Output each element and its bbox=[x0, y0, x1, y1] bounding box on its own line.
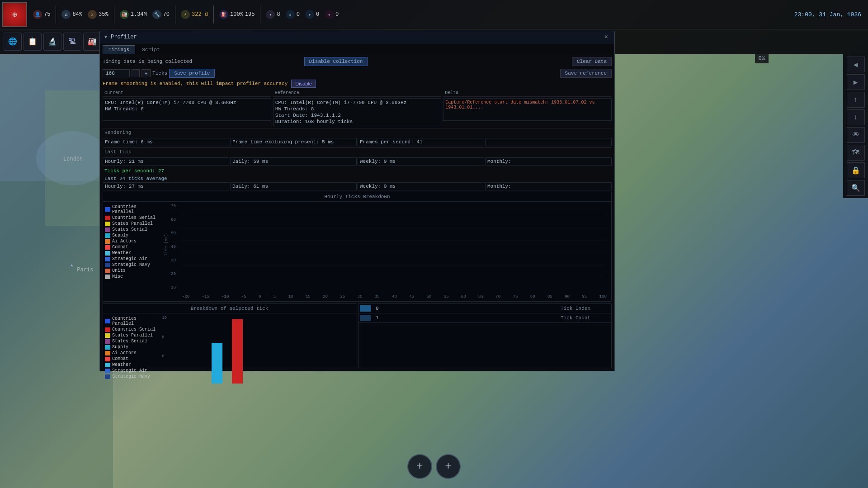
tick-plus-button[interactable]: + bbox=[142, 69, 151, 77]
legend-ai-actors: Ai Actors bbox=[105, 239, 160, 244]
delta-column: Delta Capture/Reference start date misma… bbox=[443, 90, 612, 126]
bd-color-countries-parallel bbox=[105, 319, 110, 323]
toolbar-tech-btn[interactable]: 🔬 bbox=[43, 33, 61, 51]
right-btn-lock[interactable]: 🔒 bbox=[847, 162, 865, 178]
right-btn-map[interactable]: 🗺 bbox=[847, 145, 865, 161]
bd-legend-weather: Weather bbox=[105, 362, 160, 367]
pp-stat: ⚡ 322 d bbox=[181, 10, 208, 19]
nukes-stat: ★ 0 bbox=[325, 10, 339, 19]
bd-legend-strategic-air: Strategic Air bbox=[105, 368, 160, 373]
top-hud: ⊕ 👤 75 ⚖ 84% ⚔ 35% 🏭 1.34M 🔧 70 ⚡ 322 d bbox=[0, 0, 868, 29]
bd-legend-countries-parallel: Countries Parallel bbox=[105, 316, 160, 326]
bd-legend-countries-serial: Countries Serial bbox=[105, 327, 160, 332]
zoom-out-button[interactable]: + bbox=[436, 454, 461, 479]
bd-color-strategic-navy bbox=[105, 374, 110, 379]
profiler-tabs: Timings Script bbox=[100, 43, 614, 54]
tick-info-panel: 0 Tick Index 1 Tick Count bbox=[358, 303, 612, 368]
military-icon: 🔧 bbox=[152, 10, 161, 19]
right-btn-up[interactable]: ↑ bbox=[847, 92, 865, 108]
war-support-stat: ⚔ 35% bbox=[88, 10, 108, 19]
legend-color-supply bbox=[105, 233, 110, 238]
bd-color-states-parallel bbox=[105, 333, 110, 338]
svg-text:London: London bbox=[63, 156, 83, 162]
reference-threads: HW Threads: 8 bbox=[275, 106, 439, 112]
civilians-icon: 🏭 bbox=[120, 10, 129, 19]
nukes-icon: ★ bbox=[325, 10, 334, 19]
svg-rect-1 bbox=[0, 181, 113, 488]
current-cpu: CPU: Intel(R) Core(TM) i7-7700 CPU @ 3.6… bbox=[105, 99, 269, 106]
disable-collection-button[interactable]: Disable Collection bbox=[304, 57, 368, 66]
tab-script[interactable]: Script bbox=[136, 45, 166, 54]
breakdown-title: Breakdown of selected tick bbox=[103, 304, 356, 313]
last24-weekly: Weekly: 0 ms bbox=[358, 182, 484, 190]
bottom-controls: + + bbox=[407, 454, 461, 479]
planes-icon: ★ bbox=[305, 10, 314, 19]
zoom-in-button[interactable]: + bbox=[407, 454, 432, 479]
tick-info-row-1: 1 Tick Count bbox=[359, 313, 611, 323]
legend-color-units bbox=[105, 269, 110, 273]
profiler-close-button[interactable]: × bbox=[603, 33, 610, 41]
data-columns: Current CPU: Intel(R) Core(TM) i7-7700 C… bbox=[103, 90, 612, 126]
planes-stat: ★ 0 bbox=[305, 10, 319, 19]
delta-text: Capture/Reference start date mismatch: 1… bbox=[445, 99, 609, 110]
ships-stat: ★ 0 bbox=[286, 10, 300, 19]
divisions-value: 8 bbox=[277, 11, 280, 18]
divisions-icon: ✦ bbox=[266, 10, 275, 19]
profiler-window: ▼ Profiler × Timings Script Timing data … bbox=[99, 31, 615, 371]
warning-text: Frame smoothing is enabled, this will im… bbox=[103, 81, 288, 86]
bottom-section: Breakdown of selected tick Countries Par… bbox=[103, 303, 612, 368]
warning-row: Frame smoothing is enabled, this will im… bbox=[103, 80, 612, 88]
toolbar-production-btn[interactable]: 🏭 bbox=[83, 33, 101, 51]
right-btn-arrow-right[interactable]: ▶ bbox=[847, 74, 865, 90]
tick-minus-button[interactable]: - bbox=[132, 69, 140, 77]
right-btn-eye[interactable]: 👁 bbox=[847, 127, 865, 143]
ships-value: 0 bbox=[297, 11, 300, 18]
bd-color-states-serial bbox=[105, 339, 110, 344]
chart-title: Hourly Ticks Breakdown bbox=[103, 192, 611, 202]
ticks-per-second-row: Ticks per second: 27 bbox=[103, 167, 612, 175]
delta-header: Delta bbox=[443, 90, 612, 97]
last24-hourly: Hourly: 27 ms bbox=[103, 182, 229, 190]
right-btn-down[interactable]: ↓ bbox=[847, 109, 865, 125]
last24-monthly: Monthly: bbox=[485, 182, 612, 190]
profiler-title: Profiler bbox=[111, 34, 137, 40]
tick-input[interactable] bbox=[103, 69, 130, 77]
toolbar-focus-btn[interactable]: 🌐 bbox=[4, 33, 22, 51]
last-tick-daily: Daily: 59 ms bbox=[230, 157, 357, 166]
frames-per-second: Frames per second: 41 bbox=[358, 138, 484, 146]
toolbar-policies-btn[interactable]: 📋 bbox=[24, 33, 42, 51]
bd-legend-strategic-navy: Strategic Navy bbox=[105, 374, 160, 379]
clear-data-button[interactable]: Clear Data bbox=[572, 57, 612, 66]
disable-smoothing-button[interactable]: Disable bbox=[291, 80, 316, 88]
ticks-per-second: Ticks per second: 27 bbox=[104, 168, 164, 174]
right-btn-arrow-left[interactable]: ◀ bbox=[847, 57, 865, 72]
bd-color-combat bbox=[105, 357, 110, 361]
last-tick-hourly: Hourly: 21 ms bbox=[103, 157, 229, 166]
last24-metrics: Hourly: 27 ms Daily: 61 ms Weekly: 0 ms … bbox=[103, 182, 612, 190]
rendering-empty bbox=[485, 138, 612, 146]
save-reference-button[interactable]: Save reference bbox=[560, 69, 612, 78]
nukes-value: 0 bbox=[335, 11, 339, 18]
toolbar-construction-btn[interactable]: 🏗 bbox=[63, 33, 81, 51]
profiler-content: Timing data is being collected Disable C… bbox=[100, 54, 614, 371]
tick-value-1: 1 bbox=[372, 313, 557, 322]
hud-stats: 👤 75 ⚖ 84% ⚔ 35% 🏭 1.34M 🔧 70 ⚡ 322 d ⛽ bbox=[29, 5, 788, 24]
delta-data: Capture/Reference start date mismatch: 1… bbox=[443, 98, 612, 121]
legend-color-strategic-navy bbox=[105, 263, 110, 267]
bd-color-weather bbox=[105, 363, 110, 367]
civilians-stat: 🏭 1.34M bbox=[120, 10, 147, 19]
legend-color-combat bbox=[105, 245, 110, 250]
right-btn-zoom[interactable]: 🔍 bbox=[847, 180, 865, 196]
legend-weather: Weather bbox=[105, 251, 160, 256]
last24-header: Last 24 ticks average bbox=[103, 175, 612, 182]
stability-icon: ⚖ bbox=[61, 10, 71, 19]
profiler-arrow: ▼ bbox=[104, 35, 107, 40]
bd-legend-states-parallel: States Parallel bbox=[105, 333, 160, 338]
bd-legend-supply: Supply bbox=[105, 345, 160, 350]
save-profile-button[interactable]: Save profile bbox=[169, 69, 215, 78]
timing-status: Timing data is being collected bbox=[103, 59, 302, 64]
legend-states-serial: States Serial bbox=[105, 227, 160, 232]
tab-timings[interactable]: Timings bbox=[103, 45, 135, 54]
last-tick-header: Last tick bbox=[103, 147, 612, 156]
nation-flag[interactable]: ⊕ bbox=[2, 2, 27, 27]
